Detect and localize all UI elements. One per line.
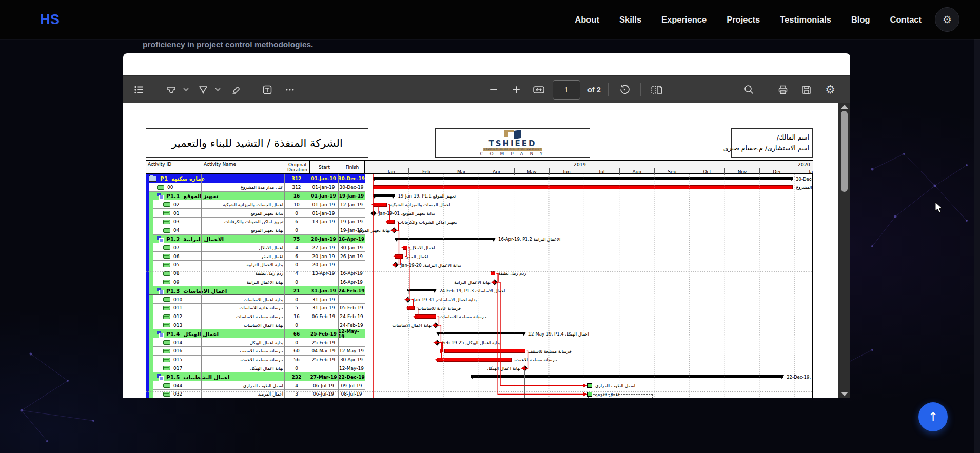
activity-id: 010: [173, 297, 182, 302]
wbs-icon: [157, 374, 163, 380]
nav-link-about[interactable]: About: [575, 15, 599, 25]
activity-bar-icon: [163, 358, 170, 362]
value-cell: [309, 321, 338, 330]
pen-options-button[interactable]: [214, 84, 221, 96]
nav-link-testimonials[interactable]: Testimonials: [780, 15, 831, 25]
viewer-settings-button[interactable]: ⚙: [821, 81, 839, 99]
eraser-button[interactable]: [226, 81, 244, 99]
activity-name: خرسانة مسلحة للاسقف: [202, 347, 283, 356]
value-cell: 01-Jan-19: [309, 174, 338, 183]
consultant-line: اسم الاستشارى/ م.حسام صبرى: [732, 143, 809, 153]
value-cell: 66: [284, 329, 309, 338]
project-strip: [146, 356, 149, 364]
activity-id: 02: [173, 202, 179, 207]
table-row: 06اعمال الحفر620-Jan-1926-Jan-19اعمال ال…: [146, 252, 813, 261]
activity-name: بداية اعمال الهيكل: [202, 338, 283, 347]
nav-link-skills[interactable]: Skills: [619, 15, 641, 25]
value-cell: 20-Jan-19: [309, 261, 338, 269]
fit-width-icon: [533, 85, 545, 95]
activity-name: نهاية الاعمال الترابية: [202, 278, 283, 287]
rotate-button[interactable]: [616, 81, 633, 99]
nav-link-projects[interactable]: Projects: [727, 15, 760, 25]
band-strip: [149, 304, 153, 312]
table-row: 00على مدار مدة المشروع31201-Jan-1930-Dec…: [146, 183, 813, 192]
highlighter-button[interactable]: [163, 81, 180, 99]
column-divider: [284, 174, 285, 398]
activity-name: نهاية تجهيز الموقع: [202, 226, 283, 235]
page-number-input[interactable]: [553, 80, 580, 100]
gantt-table-body: P1عمارة سكنية31201-Jan-1930-Dec-1930-Dec…: [146, 174, 813, 398]
company-logo: TSHIEED CONSTRUCTION AND REAL ESTATE INV…: [435, 128, 590, 158]
project-strip: [146, 304, 149, 312]
company-logo-company: C O M P A N Y: [480, 151, 545, 156]
gantt-bar-label: اعمال القرميد: [594, 392, 619, 397]
project-strip: [146, 338, 149, 347]
pen-button[interactable]: [194, 81, 212, 99]
viewer-scrollbar[interactable]: [838, 103, 850, 398]
site-logo[interactable]: HS: [40, 12, 60, 28]
activity-id: 04: [173, 228, 179, 233]
activity-id: 05: [173, 262, 179, 267]
highlighter-options-button[interactable]: [182, 84, 189, 96]
table-row: 011خرسانة عادية للاساسات531-Jan-1905-Feb…: [146, 304, 813, 312]
value-cell: 20-Jan-19: [309, 235, 338, 244]
toolbar-divider: [251, 83, 251, 96]
activity-bar-icon: [163, 202, 170, 207]
project-strip: [146, 286, 149, 295]
print-button[interactable]: [774, 81, 792, 99]
save-icon: [801, 84, 812, 95]
nav-link-experience[interactable]: Experience: [661, 15, 707, 25]
gantt-bar-label: 24-Feb-19, P1.3 اعمال الاساسات: [439, 288, 505, 293]
value-cell: 10: [284, 200, 309, 209]
table-of-contents-button[interactable]: [130, 81, 148, 99]
two-page-view-button[interactable]: [648, 81, 665, 99]
zoom-out-icon: [489, 85, 498, 94]
activity-bar-icon: [163, 306, 170, 310]
activity-name: اعمال الجسات والميزانية الشبكية: [202, 200, 283, 209]
theme-settings-button[interactable]: ⚙: [935, 7, 959, 32]
critical-bar: [387, 220, 395, 224]
two-page-view-icon: [651, 85, 663, 95]
zoom-out-button[interactable]: [485, 81, 502, 99]
zoom-in-button[interactable]: [507, 81, 525, 99]
value-cell: 75: [284, 235, 309, 244]
column-divider: [309, 174, 309, 398]
summary-bar: [471, 375, 783, 378]
scroll-up-arrow-icon[interactable]: [841, 105, 848, 109]
table-of-contents-icon: [134, 85, 144, 95]
activity-bar-icon: [163, 392, 170, 397]
viewer-scrollbar-thumb[interactable]: [841, 111, 848, 192]
owner-line: اسم المالك/: [732, 132, 809, 143]
project-strip: [146, 261, 149, 269]
project-strip: [146, 243, 149, 252]
save-button[interactable]: [798, 81, 815, 99]
text-annotation-button[interactable]: [259, 81, 276, 99]
critical-bar: [437, 358, 512, 362]
scroll-down-arrow-icon[interactable]: [841, 392, 848, 396]
search-button[interactable]: [740, 81, 757, 99]
year-label: 2019: [365, 161, 795, 168]
value-cell: [338, 295, 365, 304]
noncritical-bar: [587, 392, 592, 397]
activity-bar-icon: [163, 254, 170, 259]
gantt-bar-label: تجهيز اماكن الشونات والكرفانات: [398, 220, 457, 225]
nav-link-contact[interactable]: Contact: [890, 15, 922, 25]
activity-id-cell: 017: [163, 364, 182, 373]
table-row: 016خرسانة مسلحة للاسقف6004-Mar-1912-May-…: [146, 347, 813, 356]
project-strip: [146, 235, 149, 244]
owner-consultant-box: اسم المالك/ اسم الاستشارى/ م.حسام صبرى: [731, 128, 813, 158]
value-cell: 13-Jan-19: [309, 218, 338, 226]
fit-width-button[interactable]: [530, 81, 547, 99]
band-label: P1.5اعمال التشطيبات: [157, 372, 230, 381]
more-tools-button[interactable]: [281, 81, 299, 99]
print-icon: [777, 84, 789, 95]
activity-id: P1.5: [166, 374, 180, 380]
gantt-bar-label: ة المشروع: [796, 185, 813, 190]
value-cell: [338, 209, 365, 218]
activity-bar-icon: [163, 349, 170, 353]
nav-link-blog[interactable]: Blog: [851, 15, 870, 25]
gantt-bar-label: بداية تجهيز الموقع, 01-Jan-19: [379, 211, 435, 216]
gantt-bar-label: خرسانة مسلحة للاعمدة: [515, 357, 558, 362]
table-row: P1.3اعمال الاساسات2131-Jan-1924-Feb-1924…: [146, 286, 813, 295]
value-cell: 21: [284, 286, 309, 295]
